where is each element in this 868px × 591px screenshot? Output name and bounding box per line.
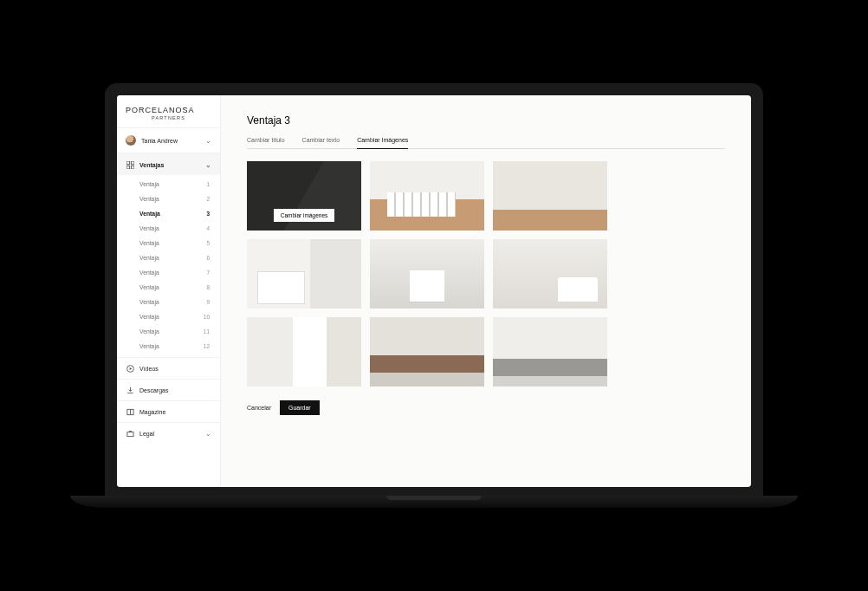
user-menu[interactable]: Tania Andrew ⌄ <box>117 127 220 153</box>
laptop-base <box>70 496 798 508</box>
play-icon <box>126 364 134 373</box>
image-thumb-1[interactable]: Cambiar imágenes <box>247 161 361 231</box>
user-name: Tania Andrew <box>141 138 200 144</box>
image-thumb-8[interactable] <box>370 317 484 386</box>
nav-legal[interactable]: Legal ⌄ <box>117 422 220 444</box>
sidebar-item-ventaja-9[interactable]: Ventaja9 <box>117 295 220 309</box>
image-thumb-5[interactable] <box>370 239 484 308</box>
sidebar-item-ventaja-3[interactable]: Ventaja3 <box>117 206 220 221</box>
nav-ventajas-label: Ventajas <box>139 162 200 168</box>
download-icon <box>126 386 134 394</box>
nav-ventajas[interactable]: Ventajas ⌄ <box>117 154 220 175</box>
brand-sub: PARTNERS <box>126 115 211 120</box>
nav-videos[interactable]: Vídeos <box>117 357 220 379</box>
chevron-down-icon: ⌄ <box>205 161 211 169</box>
ventajas-sublist: Ventaja1 Ventaja2 Ventaja3 Ventaja4 Vent… <box>117 175 220 357</box>
image-thumb-2[interactable] <box>370 161 484 231</box>
sidebar-item-ventaja-6[interactable]: Ventaja6 <box>117 250 220 265</box>
svg-rect-0 <box>126 161 130 165</box>
save-button[interactable]: Guardar <box>280 400 320 415</box>
chevron-down-icon: ⌄ <box>205 137 211 145</box>
sidebar-item-ventaja-8[interactable]: Ventaja8 <box>117 280 220 295</box>
grid-icon <box>126 160 134 169</box>
tab-cambiar-texto[interactable]: Cambiar texto <box>302 137 340 148</box>
sidebar-item-ventaja-12[interactable]: Ventaja12 <box>117 339 220 354</box>
tab-cambiar-titulo[interactable]: Cambiar título <box>247 137 285 148</box>
image-thumb-9[interactable] <box>493 317 607 386</box>
tab-cambiar-imagenes[interactable]: Cambiar Imágenes <box>357 137 408 149</box>
svg-rect-1 <box>131 161 134 165</box>
sidebar-item-ventaja-11[interactable]: Ventaja11 <box>117 324 220 339</box>
brand-main: PORCELANOSA <box>126 106 211 114</box>
cancel-button[interactable]: Cancelar <box>247 405 271 411</box>
image-thumb-4[interactable] <box>247 239 361 308</box>
main-content: Ventaja 3 Cambiar título Cambiar texto C… <box>221 95 751 487</box>
briefcase-icon <box>126 429 134 438</box>
nav-descargas-label: Descargas <box>139 387 211 393</box>
brand-logo: PORCELANOSA PARTNERS <box>117 95 220 127</box>
image-thumb-7[interactable] <box>247 317 361 386</box>
book-icon <box>126 407 134 416</box>
sidebar-item-ventaja-5[interactable]: Ventaja5 <box>117 236 220 250</box>
sidebar-item-ventaja-2[interactable]: Ventaja2 <box>117 192 220 206</box>
svg-rect-7 <box>126 432 133 436</box>
nav-ventajas-section: Ventajas ⌄ Ventaja1 Ventaja2 Ventaja3 Ve… <box>117 153 220 357</box>
chevron-down-icon: ⌄ <box>205 430 211 438</box>
nav-descargas[interactable]: Descargas <box>117 379 220 400</box>
avatar <box>126 135 136 146</box>
sidebar-item-ventaja-1[interactable]: Ventaja1 <box>117 177 220 192</box>
page-title: Ventaja 3 <box>247 114 725 127</box>
sidebar: PORCELANOSA PARTNERS Tania Andrew ⌄ Vent… <box>117 95 221 487</box>
nav-legal-label: Legal <box>139 431 200 437</box>
image-thumb-3[interactable] <box>493 161 607 231</box>
image-grid: Cambiar imágenes <box>247 161 725 386</box>
nav-magazine[interactable]: Magazine <box>117 400 220 422</box>
image-thumb-6[interactable] <box>493 239 607 308</box>
nav-magazine-label: Magazine <box>139 409 211 415</box>
svg-rect-3 <box>131 166 134 169</box>
sidebar-item-ventaja-10[interactable]: Ventaja10 <box>117 309 220 324</box>
sidebar-item-ventaja-7[interactable]: Ventaja7 <box>117 265 220 280</box>
form-actions: Cancelar Guardar <box>247 400 725 415</box>
svg-rect-2 <box>126 166 130 169</box>
image-thumb-overlay: Cambiar imágenes <box>247 161 361 231</box>
nav-videos-label: Vídeos <box>139 366 211 372</box>
tabs: Cambiar título Cambiar texto Cambiar Imá… <box>247 137 725 149</box>
change-images-button[interactable]: Cambiar imágenes <box>274 209 335 222</box>
sidebar-item-ventaja-4[interactable]: Ventaja4 <box>117 221 220 236</box>
